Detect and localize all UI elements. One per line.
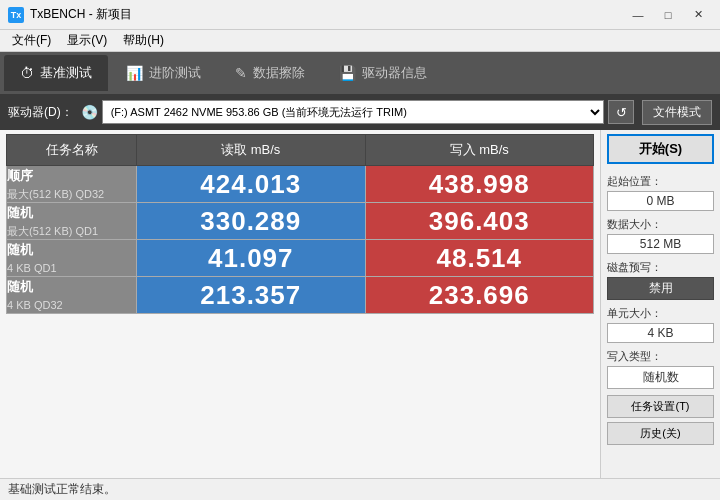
tab-benchmark[interactable]: ⏱ 基准测试 <box>4 55 108 91</box>
driveinfo-icon: 💾 <box>339 65 356 81</box>
row-2-read-value: 330.289 <box>200 206 301 236</box>
bench-table: 任务名称 读取 mB/s 写入 mB/s 顺序 最大(512 KB) QD32 … <box>6 134 594 314</box>
title-bar-left: Tx TxBENCH - 新项目 <box>8 6 132 23</box>
minimize-button[interactable]: — <box>624 5 652 25</box>
row-1-label: 顺序 最大(512 KB) QD32 <box>7 166 137 203</box>
row-2-write: 396.403 <box>365 203 594 240</box>
refresh-button[interactable]: ↺ <box>608 100 634 124</box>
row-1-main: 顺序 <box>7 166 136 186</box>
row-2-main: 随机 <box>7 203 136 223</box>
row-2-read: 330.289 <box>137 203 366 240</box>
disk-prewrite-value: 禁用 <box>607 277 714 300</box>
row-3-label: 随机 4 KB QD1 <box>7 240 137 277</box>
data-size-label: 数据大小： <box>607 217 714 232</box>
drive-select-wrapper: 💿 (F:) ASMT 2462 NVME 953.86 GB (当前环境无法运… <box>81 100 634 124</box>
status-text: 基础测试正常结束。 <box>8 481 116 498</box>
title-bar: Tx TxBENCH - 新项目 — □ ✕ <box>0 0 720 30</box>
start-position-label: 起始位置： <box>607 174 714 189</box>
row-4-write: 233.696 <box>365 277 594 314</box>
menu-view[interactable]: 显示(V) <box>59 30 115 51</box>
window-controls: — □ ✕ <box>624 5 712 25</box>
menu-help[interactable]: 帮助(H) <box>115 30 172 51</box>
menu-bar: 文件(F) 显示(V) 帮助(H) <box>0 30 720 52</box>
erase-icon: ✎ <box>235 65 247 81</box>
row-4-main: 随机 <box>7 277 136 297</box>
row-4-label: 随机 4 KB QD32 <box>7 277 137 314</box>
row-3-main: 随机 <box>7 240 136 260</box>
row-2-write-value: 396.403 <box>429 206 530 236</box>
write-type-value: 随机数 <box>607 366 714 389</box>
unit-size-value: 4 KB <box>607 323 714 343</box>
tab-erase-label: 数据擦除 <box>253 64 305 82</box>
file-mode-button[interactable]: 文件模式 <box>642 100 712 125</box>
row-1-read-value: 424.013 <box>200 169 301 199</box>
table-area: 任务名称 读取 mB/s 写入 mB/s 顺序 最大(512 KB) QD32 … <box>0 130 600 478</box>
tab-driveinfo-label: 驱动器信息 <box>362 64 427 82</box>
drive-label: 驱动器(D)： <box>8 104 73 121</box>
tab-benchmark-label: 基准测试 <box>40 64 92 82</box>
drive-select[interactable]: (F:) ASMT 2462 NVME 953.86 GB (当前环境无法运行 … <box>102 100 604 124</box>
row-3-sub: 4 KB QD1 <box>7 260 136 277</box>
row-1-write-value: 438.998 <box>429 169 530 199</box>
row-1-read: 424.013 <box>137 166 366 203</box>
row-4-write-value: 233.696 <box>429 280 530 310</box>
history-button[interactable]: 历史(关) <box>607 422 714 445</box>
table-row: 随机 4 KB QD1 41.097 48.514 <box>7 240 594 277</box>
data-size-value: 512 MB <box>607 234 714 254</box>
row-3-write-value: 48.514 <box>436 243 522 273</box>
unit-size-label: 单元大小： <box>607 306 714 321</box>
app-icon: Tx <box>8 7 24 23</box>
tab-driveinfo[interactable]: 💾 驱动器信息 <box>323 55 443 91</box>
row-3-read-value: 41.097 <box>208 243 294 273</box>
col-header-write: 写入 mB/s <box>365 135 594 166</box>
row-3-read: 41.097 <box>137 240 366 277</box>
drive-icon: 💿 <box>81 104 98 120</box>
status-bar: 基础测试正常结束。 <box>0 478 720 500</box>
row-2-label: 随机 最大(512 KB) QD1 <box>7 203 137 240</box>
window-title: TxBENCH - 新项目 <box>30 6 132 23</box>
write-type-label: 写入类型： <box>607 349 714 364</box>
menu-file[interactable]: 文件(F) <box>4 30 59 51</box>
tab-erase[interactable]: ✎ 数据擦除 <box>219 55 321 91</box>
col-header-read: 读取 mB/s <box>137 135 366 166</box>
row-2-sub: 最大(512 KB) QD1 <box>7 223 136 240</box>
tab-advanced-label: 进阶测试 <box>149 64 201 82</box>
close-button[interactable]: ✕ <box>684 5 712 25</box>
benchmark-icon: ⏱ <box>20 65 34 81</box>
row-1-sub: 最大(512 KB) QD32 <box>7 186 136 203</box>
tab-bar: ⏱ 基准测试 📊 进阶测试 ✎ 数据擦除 💾 驱动器信息 <box>0 52 720 94</box>
maximize-button[interactable]: □ <box>654 5 682 25</box>
right-panel: 开始(S) 起始位置： 0 MB 数据大小： 512 MB 磁盘预写： 禁用 单… <box>600 130 720 478</box>
tab-advanced[interactable]: 📊 进阶测试 <box>110 55 217 91</box>
task-settings-button[interactable]: 任务设置(T) <box>607 395 714 418</box>
row-1-write: 438.998 <box>365 166 594 203</box>
table-row: 随机 最大(512 KB) QD1 330.289 396.403 <box>7 203 594 240</box>
row-4-read: 213.357 <box>137 277 366 314</box>
advanced-icon: 📊 <box>126 65 143 81</box>
table-row: 顺序 最大(512 KB) QD32 424.013 438.998 <box>7 166 594 203</box>
toolbar: 驱动器(D)： 💿 (F:) ASMT 2462 NVME 953.86 GB … <box>0 94 720 130</box>
start-button[interactable]: 开始(S) <box>607 134 714 164</box>
row-4-read-value: 213.357 <box>200 280 301 310</box>
row-4-sub: 4 KB QD32 <box>7 297 136 314</box>
main-content: 任务名称 读取 mB/s 写入 mB/s 顺序 最大(512 KB) QD32 … <box>0 130 720 478</box>
start-position-value: 0 MB <box>607 191 714 211</box>
disk-prewrite-label: 磁盘预写： <box>607 260 714 275</box>
row-3-write: 48.514 <box>365 240 594 277</box>
table-row: 随机 4 KB QD32 213.357 233.696 <box>7 277 594 314</box>
col-header-task: 任务名称 <box>7 135 137 166</box>
